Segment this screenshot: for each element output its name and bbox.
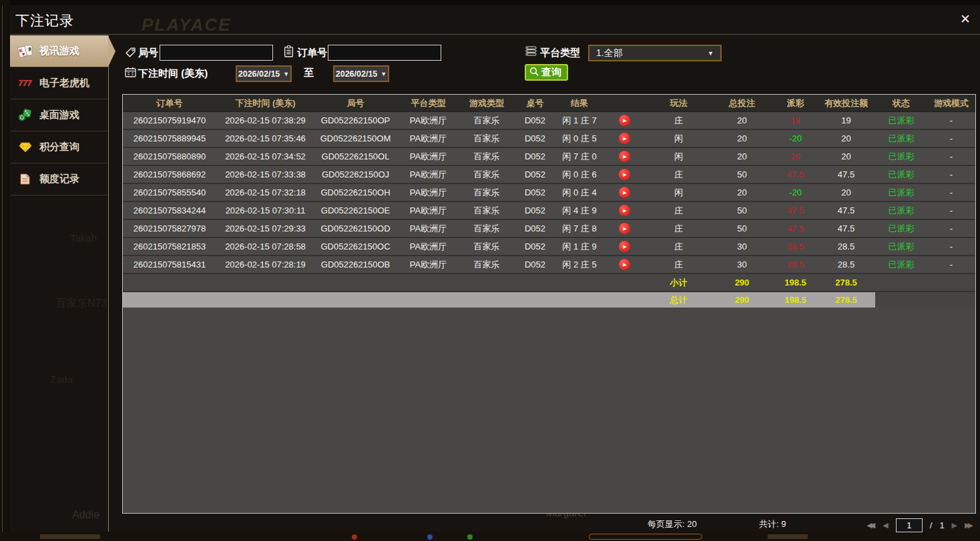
table-row: 260215075919470 2026-02-15 07:38:29 GD05…: [123, 112, 975, 130]
table-row: 260215075868692 2026-02-15 07:33:38 GD05…: [123, 166, 975, 184]
order-number-input[interactable]: [328, 45, 441, 61]
clipboard-icon: [284, 45, 294, 60]
table-body: 260215075919470 2026-02-15 07:38:29 GD05…: [123, 112, 975, 274]
play-video-icon[interactable]: ▶: [619, 187, 630, 198]
date-to-select[interactable]: 2026/02/15 ▼: [333, 65, 389, 82]
page-number-input[interactable]: [896, 518, 923, 532]
subtotal-payout: 198.5: [774, 274, 817, 291]
col-header-mode: 游戏模式: [927, 95, 975, 111]
dice-icon: [17, 109, 33, 121]
background-artifact: [352, 534, 357, 540]
total-count-label: 共计: 9: [759, 518, 786, 530]
col-header-play: [602, 95, 647, 111]
slot-machine-icon: 777: [17, 79, 33, 88]
date-to-label: 至: [304, 67, 314, 79]
col-header-payout: 派彩: [774, 95, 817, 111]
close-icon[interactable]: ✕: [960, 11, 971, 27]
pagination: ◀◀ ◀ / 1 ▶ ▶▶: [867, 516, 973, 534]
round-number-input[interactable]: [160, 45, 273, 61]
play-video-icon[interactable]: ▶: [619, 259, 630, 270]
screen: PLAYACE Takah 百家乐N73 Zada Addie Margaret…: [0, 0, 980, 541]
sidebar-item-label: 桌面游戏: [39, 109, 79, 121]
sidebar-item-label: 电子老虎机: [39, 77, 89, 89]
chevron-down-icon: ▼: [708, 50, 714, 57]
table-header-row: 订单号 下注时间 (美东) 局号 平台类型 游戏类型 桌号 结果 玩法 总投注 …: [123, 95, 975, 112]
sidebar-item-quota-records[interactable]: 额度记录: [10, 163, 108, 195]
sidebar-item-live-games[interactable]: 9 K ♥ 视讯游戏: [10, 35, 108, 67]
sidebar-item-label: 额度记录: [39, 173, 79, 185]
bet-records-table: 订单号 下注时间 (美东) 局号 平台类型 游戏类型 桌号 结果 玩法 总投注 …: [122, 94, 976, 514]
total-label: 总计: [647, 292, 710, 308]
total-row: 总计 290 198.5 278.5: [123, 292, 975, 308]
col-header-order: 订单号: [123, 95, 216, 111]
play-video-icon[interactable]: ▶: [619, 169, 630, 180]
search-button[interactable]: 查询: [525, 64, 568, 81]
play-video-icon[interactable]: ▶: [619, 133, 630, 144]
platform-type-value: 1.全部: [596, 47, 623, 59]
sidebar-item-slots[interactable]: 777 电子老虎机: [10, 67, 108, 99]
background-artifact: [467, 534, 473, 540]
total-payout: 198.5: [774, 292, 817, 308]
bet-time-label: 下注时间 (美东): [138, 67, 208, 80]
subtotal-bet: 290: [710, 274, 774, 291]
order-number-label: 订单号: [297, 47, 327, 59]
total-bet: 290: [710, 292, 774, 308]
play-video-icon[interactable]: ▶: [619, 241, 630, 252]
table-row: 260215075880890 2026-02-15 07:34:52 GD05…: [123, 148, 975, 166]
playing-cards-icon: 9 K ♥: [17, 45, 33, 58]
next-page-icon[interactable]: ▶: [952, 521, 957, 530]
col-header-playtype: 玩法: [647, 95, 710, 111]
page-total: 1: [939, 520, 944, 530]
table-row: 260215075815431 2026-02-15 07:28:19 GD05…: [123, 256, 975, 274]
page-title: 下注记录: [15, 11, 74, 30]
background-left-edge: [0, 0, 10, 541]
sidebar-item-label: 积分查询: [39, 141, 79, 153]
search-button-label: 查询: [541, 66, 561, 79]
platform-list-icon: [525, 46, 537, 59]
page-separator: /: [930, 520, 933, 530]
play-video-icon[interactable]: ▶: [619, 205, 630, 216]
subtotal-label: 小计: [647, 274, 710, 291]
svg-text:9: 9: [28, 46, 31, 51]
subtotal-valid: 278.5: [817, 274, 875, 291]
table-row: 260215075834244 2026-02-15 07:30:11 GD05…: [123, 202, 975, 220]
first-page-icon[interactable]: ◀◀: [867, 521, 875, 530]
table-row: 260215075827978 2026-02-15 07:29:33 GD05…: [123, 220, 975, 238]
play-video-icon[interactable]: ▶: [619, 115, 630, 126]
round-number-label: 局号: [138, 47, 158, 59]
col-header-result: 结果: [557, 95, 602, 111]
sidebar-item-table-games[interactable]: 桌面游戏: [10, 99, 108, 131]
background-artifact: [589, 534, 702, 540]
search-icon: [529, 67, 539, 79]
background-artifact: [40, 534, 100, 539]
col-header-valid: 有效投注额: [817, 95, 875, 111]
col-header-bet: 总投注: [710, 95, 774, 111]
col-header-time: 下注时间 (美东): [216, 95, 314, 111]
col-header-platform: 平台类型: [397, 95, 460, 111]
last-page-icon[interactable]: ▶▶: [965, 521, 973, 530]
subtotal-row: 小计 290 198.5 278.5: [123, 274, 975, 292]
tag-icon: [125, 47, 136, 61]
per-page-label: 每页显示: 20: [648, 518, 697, 530]
platform-type-label: 平台类型: [540, 47, 580, 59]
play-video-icon[interactable]: ▶: [619, 151, 630, 162]
col-header-round: 局号: [314, 95, 397, 111]
total-valid: 278.5: [817, 292, 875, 308]
platform-type-select[interactable]: 1.全部 ▼: [588, 45, 722, 61]
background-artifact: [427, 534, 433, 540]
play-video-icon[interactable]: ▶: [619, 223, 630, 234]
calendar-icon: [125, 67, 136, 80]
table-row: 260215075821853 2026-02-15 07:28:58 GD05…: [123, 238, 975, 256]
chevron-down-icon: ▼: [283, 71, 289, 77]
bet-records-dialog: PLAYACE Takah 百家乐N73 Zada Addie Margaret…: [10, 5, 980, 532]
table-row: 260215075889945 2026-02-15 07:35:46 GD05…: [123, 130, 975, 148]
document-icon: [17, 173, 33, 185]
col-header-game: 游戏类型: [460, 95, 513, 111]
table-row: 260215075855540 2026-02-15 07:32:18 GD05…: [123, 184, 975, 202]
background-artifact: [768, 534, 808, 539]
date-to-value: 2026/02/15: [336, 69, 378, 79]
previous-page-icon[interactable]: ◀: [883, 521, 888, 530]
sidebar-item-points[interactable]: 积分查询: [10, 131, 108, 163]
date-from-select[interactable]: 2026/02/15 ▼: [236, 65, 292, 82]
date-from-value: 2026/02/15: [238, 69, 280, 79]
